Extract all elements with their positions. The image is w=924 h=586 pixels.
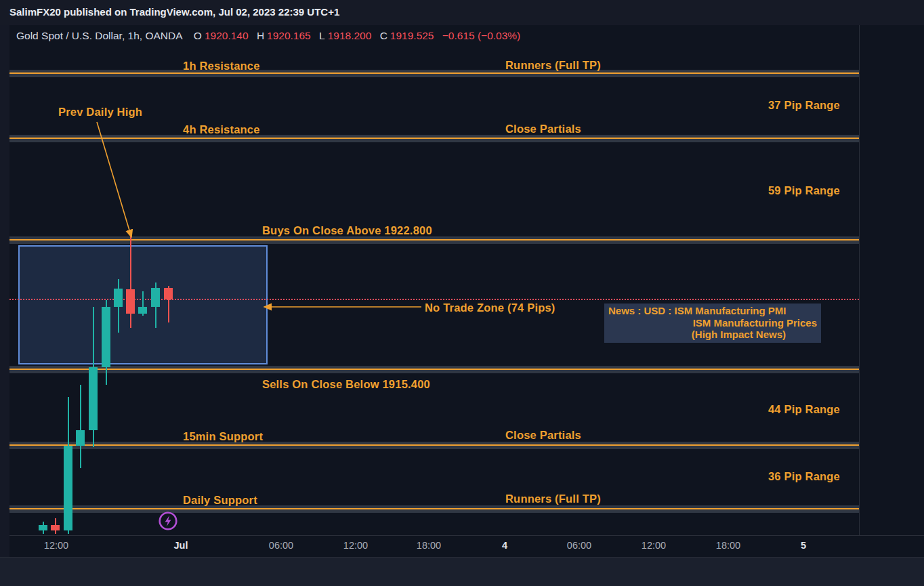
chart-annotation[interactable]: Buys On Close Above 1922.800	[262, 224, 432, 237]
ohlc-low: L1918.200	[319, 30, 374, 41]
time-tick-label: 5	[801, 540, 806, 551]
candle-body	[114, 289, 123, 307]
chart-annotation[interactable]: 1h Resistance	[183, 60, 260, 72]
footer-bar: TradingView	[0, 557, 924, 586]
chart-annotation[interactable]: 37 Pip Range	[768, 99, 840, 112]
symbol-header[interactable]: Gold Spot / U.S. Dollar, 1h, OANDA O1920…	[16, 30, 523, 42]
chart-annotation[interactable]: Close Partials	[505, 429, 581, 442]
level-line	[9, 508, 859, 509]
chart-annotation[interactable]: Prev Daily High	[58, 106, 142, 119]
level-band[interactable]	[9, 70, 859, 77]
attribution-text: SalimFX20 published on TradingView.com, …	[9, 6, 339, 18]
level-band[interactable]	[9, 442, 859, 449]
time-tick-label: 12:00	[44, 540, 68, 551]
time-tick-label: 12:00	[343, 540, 368, 551]
time-tick-label: 12:00	[642, 540, 666, 551]
chart-annotation[interactable]: 59 Pip Range	[768, 184, 840, 197]
candle-body	[76, 430, 85, 446]
news-line-3: (High Impact News)	[608, 329, 818, 341]
news-line-1: News : USD : ISM Manufacturing PMI	[608, 305, 818, 317]
chart-annotation[interactable]: 36 Pip Range	[768, 470, 840, 483]
chart-annotation[interactable]: Runners (Full TP)	[505, 493, 601, 505]
time-axis[interactable]: 12:00Jul06:0012:0018:00406:0012:0018:005	[9, 535, 924, 557]
ohlc-open: O1920.140	[194, 30, 251, 41]
time-tick-label: Jul	[174, 540, 188, 551]
level-line	[9, 239, 859, 240]
candle-body	[102, 307, 110, 368]
candle-body	[164, 288, 173, 299]
attribution-bar: SalimFX20 published on TradingView.com, …	[0, 0, 924, 25]
symbol-title: Gold Spot / U.S. Dollar, 1h, OANDA	[16, 30, 183, 41]
level-line	[9, 444, 859, 446]
price-change: −0.615 (−0.03%)	[442, 30, 520, 41]
candle-body	[126, 289, 135, 314]
candle-wick	[80, 385, 81, 468]
time-tick-label: 18:00	[716, 540, 740, 551]
candle-body	[64, 446, 72, 530]
tradingview-snapshot: SalimFX20 published on TradingView.com, …	[0, 0, 924, 586]
chart-annotation[interactable]: 15min Support	[183, 430, 263, 443]
ohlc-close: C1919.525	[380, 30, 437, 41]
news-line-2: ISM Manufacturing Prices	[608, 317, 818, 329]
time-tick-label: 06:00	[269, 540, 293, 551]
time-tick-label: 18:00	[417, 540, 441, 551]
time-tick-label: 06:00	[567, 540, 591, 551]
level-line	[9, 138, 859, 139]
chart-annotation[interactable]: Close Partials	[505, 123, 581, 135]
chart-annotation[interactable]: Sells On Close Below 1915.400	[262, 378, 430, 391]
level-band[interactable]	[9, 366, 859, 373]
level-band[interactable]	[9, 236, 859, 244]
chart-annotation[interactable]: 4h Resistance	[183, 123, 260, 136]
time-tick-label: 4	[502, 540, 507, 551]
chart-annotation[interactable]: No Trade Zone (74 Pips)	[425, 301, 555, 314]
candle-body	[39, 525, 47, 530]
chart-annotation[interactable]: Runners (Full TP)	[505, 59, 601, 72]
level-band[interactable]	[9, 505, 859, 513]
candle-body	[151, 288, 160, 307]
chart-annotation[interactable]: Daily Support	[183, 494, 257, 507]
ohlc-high: H1920.165	[257, 30, 314, 41]
candle-body	[138, 307, 147, 314]
flash-event-icon[interactable]	[158, 511, 178, 531]
price-axis[interactable]: USD 1934.0001932.0001930.0001928.0001926…	[859, 25, 924, 535]
candle-body	[89, 367, 98, 430]
level-band[interactable]	[9, 135, 859, 142]
candle-body	[51, 525, 60, 530]
current-price-line	[9, 299, 859, 300]
news-note[interactable]: News : USD : ISM Manufacturing PMI ISM M…	[604, 304, 821, 343]
level-line	[9, 369, 859, 370]
chart-annotation[interactable]: 44 Pip Range	[768, 403, 840, 416]
level-line	[9, 72, 859, 74]
